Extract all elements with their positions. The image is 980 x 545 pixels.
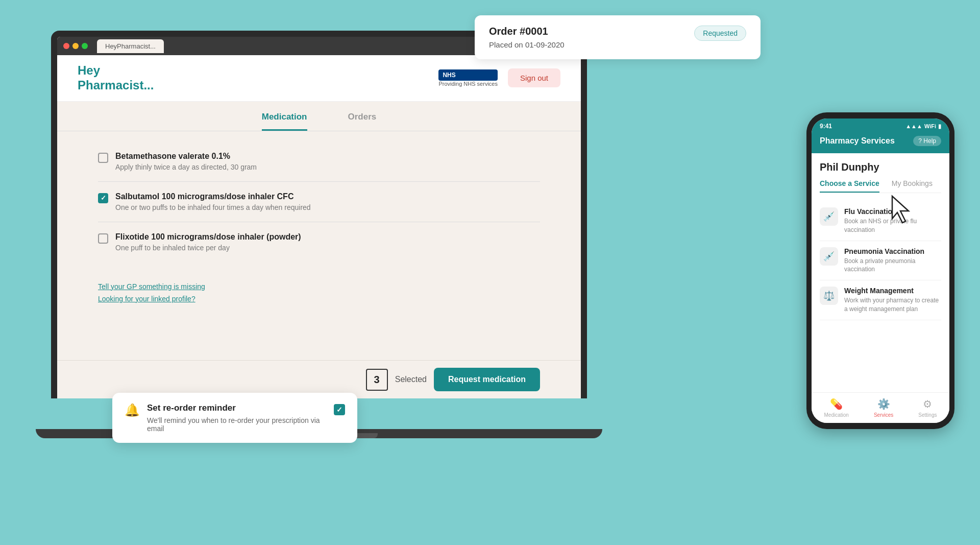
med-desc-0: Apply thinly twice a day as directed, 30… [115, 163, 257, 171]
phone-service-name-1: Pneumonia Vaccination [844, 247, 941, 255]
order-title: Order #0001 [489, 26, 565, 37]
phone-nav-settings[interactable]: ⚙ Settings [918, 398, 937, 418]
nhs-info: NHS Providing NHS services [438, 69, 498, 87]
med-info-1: Salbutamol 100 micrograms/dose inhaler C… [115, 192, 311, 211]
pill-icon: 💊 [830, 398, 843, 410]
laptop-body: HeyPharmacist... Hey Pharmacist... NHS P… [51, 31, 587, 398]
phone-screen: 9:41 ▲▲▲ WiFi ▮ Pharmacy Services ? Help… [812, 119, 949, 423]
phone-service-info-0: Flu Vaccination Book an NHS or private f… [844, 207, 941, 234]
phone-device: 9:41 ▲▲▲ WiFi ▮ Pharmacy Services ? Help… [806, 112, 954, 429]
help-label: ? Help [918, 137, 936, 145]
laptop-device: HeyPharmacist... Hey Pharmacist... NHS P… [51, 31, 612, 429]
med-name-1: Salbutamol 100 micrograms/dose inhaler C… [115, 192, 311, 201]
tab-orders[interactable]: Orders [348, 112, 377, 131]
flu-vaccination-icon: 💉 [820, 207, 838, 226]
phone-service-name-2: Weight Management [844, 287, 941, 295]
phone-nav-medication[interactable]: 💊 Medication [824, 398, 849, 418]
med-desc-2: One puff to be inhaled twice per day [115, 244, 301, 252]
phone-user-name: Phil Dunphy [820, 161, 941, 173]
phone-header: Pharmacy Services ? Help [812, 132, 949, 153]
notification-title: Set re-order reminder [147, 403, 327, 413]
phone-header-title: Pharmacy Services [820, 136, 895, 146]
med-checkbox-0[interactable] [98, 153, 108, 163]
phone-service-info-1: Pneumonia Vaccination Book a private pne… [844, 247, 941, 274]
order-status-badge: Requested [694, 26, 746, 41]
phone-services-list: 💉 Flu Vaccination Book an NHS or private… [820, 201, 941, 320]
phone-service-item-2: ⚖️ Weight Management Work with your phar… [820, 280, 941, 320]
traffic-light-green[interactable] [82, 43, 88, 49]
logo-line1: Hey [78, 63, 100, 77]
med-name-2: Flixotide 100 micrograms/dose inhaler (p… [115, 232, 301, 242]
med-info-0: Betamethasone valerate 0.1% Apply thinly… [115, 152, 257, 171]
med-desc-1: One or two puffs to be inhaled four time… [115, 203, 311, 211]
pneumonia-vaccination-icon: 💉 [820, 247, 838, 266]
links-section: Tell your GP something is missing Lookin… [57, 272, 581, 317]
bell-icon: 🔔 [125, 403, 140, 417]
phone-nav-medication-label: Medication [824, 412, 849, 418]
phone-service-desc-1: Book a private pneumonia vaccination [844, 257, 941, 274]
battery-icon: ▮ [938, 123, 941, 130]
phone-body: Phil Dunphy Choose a Service My Bookings… [812, 153, 949, 328]
phone-service-item-1: 💉 Pneumonia Vaccination Book a private p… [820, 241, 941, 281]
linked-profile-link[interactable]: Looking for your linked profile? [98, 295, 540, 303]
nhs-badge: NHS [438, 69, 498, 81]
settings-icon: ⚙ [923, 398, 932, 410]
notification-card: 🔔 Set re-order reminder We'll remind you… [112, 393, 357, 443]
app-content: Hey Pharmacist... NHS Providing NHS serv… [57, 55, 581, 398]
laptop-screen: HeyPharmacist... Hey Pharmacist... NHS P… [57, 37, 581, 398]
phone-status-bar: 9:41 ▲▲▲ WiFi ▮ [812, 119, 949, 132]
phone-bottom-nav: 💊 Medication ⚙️ Services ⚙ Settings [812, 392, 949, 423]
order-card-info: Order #0001 Placed on 01-09-2020 [489, 26, 565, 49]
phone-service-desc-2: Work with your pharmacy to create a weig… [844, 296, 941, 314]
phone-time: 9:41 [820, 123, 832, 130]
order-date: Placed on 01-09-2020 [489, 40, 565, 49]
sign-out-button[interactable]: Sign out [508, 68, 560, 87]
phone-service-name-0: Flu Vaccination [844, 207, 941, 216]
gp-missing-link[interactable]: Tell your GP something is missing [98, 282, 540, 291]
services-icon: ⚙️ [877, 398, 890, 410]
phone-nav-services-label: Services [874, 412, 893, 418]
traffic-light-yellow[interactable] [72, 43, 79, 49]
order-card: Order #0001 Placed on 01-09-2020 Request… [475, 15, 761, 59]
phone-service-item-0: 💉 Flu Vaccination Book an NHS or private… [820, 201, 941, 241]
signal-icon: ▲▲▲ [905, 123, 922, 129]
tab-medication[interactable]: Medication [262, 112, 307, 131]
medication-list: Betamethasone valerate 0.1% Apply thinly… [57, 131, 581, 272]
phone-service-info-2: Weight Management Work with your pharmac… [844, 287, 941, 314]
app-header: Hey Pharmacist... NHS Providing NHS serv… [57, 55, 581, 102]
phone-tab-choose[interactable]: Choose a Service [820, 179, 879, 193]
phone-nav-settings-label: Settings [918, 412, 937, 418]
med-checkbox-2[interactable] [98, 233, 108, 244]
notification-content: Set re-order reminder We'll remind you w… [147, 403, 327, 433]
phone-status-icons: ▲▲▲ WiFi ▮ [905, 123, 941, 130]
phone-service-desc-0: Book an NHS or private flu vaccination [844, 217, 941, 234]
phone-tab-bookings[interactable]: My Bookings [892, 179, 933, 193]
medication-item-2: Flixotide 100 micrograms/dose inhaler (p… [98, 222, 540, 262]
phone-tabs: Choose a Service My Bookings [820, 179, 941, 193]
request-medication-button[interactable]: Request medication [434, 368, 540, 391]
wifi-icon: WiFi [924, 123, 936, 129]
medication-item-0: Betamethasone valerate 0.1% Apply thinly… [98, 141, 540, 182]
medication-item-1: Salbutamol 100 micrograms/dose inhaler C… [98, 182, 540, 222]
header-right: NHS Providing NHS services Sign out [438, 68, 560, 87]
browser-tab[interactable]: HeyPharmacist... [97, 39, 164, 53]
nhs-subtitle: Providing NHS services [438, 81, 498, 87]
weight-management-icon: ⚖️ [820, 287, 838, 305]
med-name-0: Betamethasone valerate 0.1% [115, 152, 257, 161]
phone-nav-services[interactable]: ⚙️ Services [874, 398, 893, 418]
selected-count: 3 [366, 369, 388, 391]
selected-label: Selected [395, 375, 427, 384]
logo-line2: Pharmacist... [78, 78, 154, 92]
traffic-light-red[interactable] [63, 43, 69, 49]
notification-description: We'll remind you when to re-order your p… [147, 416, 327, 433]
med-checkbox-1[interactable] [98, 193, 108, 203]
notification-checkbox[interactable] [334, 404, 345, 415]
tabs-container: Medication Orders [57, 102, 581, 131]
app-logo: Hey Pharmacist... [78, 63, 154, 93]
help-badge[interactable]: ? Help [913, 136, 941, 146]
med-info-2: Flixotide 100 micrograms/dose inhaler (p… [115, 232, 301, 252]
traffic-lights [63, 43, 88, 49]
